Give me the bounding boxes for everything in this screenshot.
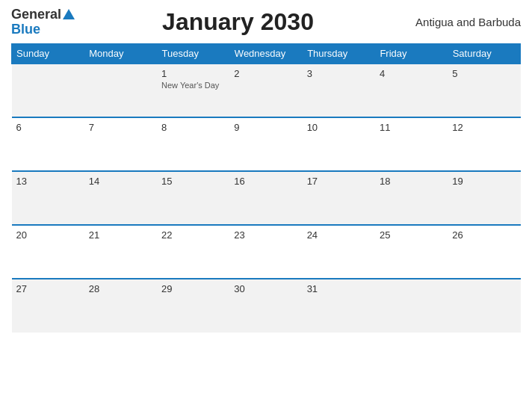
- calendar-cell: 10: [303, 117, 375, 171]
- day-number: 21: [89, 229, 152, 241]
- day-number: 27: [16, 283, 80, 294]
- calendar-cell: 2: [229, 64, 302, 117]
- weekday-header-tuesday: Tuesday: [157, 43, 229, 64]
- calendar-cell: 30: [229, 279, 302, 333]
- calendar-cell: 27: [12, 279, 84, 333]
- calendar-table: SundayMondayTuesdayWednesdayThursdayFrid…: [11, 43, 521, 333]
- day-number: 18: [380, 176, 443, 187]
- weekday-header-wednesday: Wednesday: [229, 43, 302, 64]
- day-number: 10: [307, 122, 371, 133]
- day-number: 1: [161, 68, 225, 79]
- logo-general-text: General: [11, 7, 61, 22]
- day-number: 14: [89, 176, 152, 187]
- day-number: 26: [452, 229, 516, 241]
- calendar-cell: 21: [84, 225, 157, 279]
- day-number: 9: [234, 122, 297, 133]
- calendar-cell: 23: [229, 225, 302, 279]
- calendar-cell: [375, 279, 448, 333]
- calendar-cell: 18: [375, 171, 448, 225]
- calendar-cell: 31: [303, 279, 375, 333]
- header: General Blue January 2030 Antigua and Ba…: [11, 7, 521, 37]
- weekday-header-sunday: Sunday: [12, 43, 84, 64]
- day-number: 22: [161, 229, 225, 241]
- calendar-cell: 4: [375, 64, 448, 117]
- country-label: Antigua and Barbuda: [401, 16, 521, 28]
- day-number: 8: [161, 122, 225, 133]
- calendar-cell: 5: [448, 64, 520, 117]
- day-number: 29: [161, 283, 225, 294]
- week-row-3: 13141516171819: [12, 171, 521, 225]
- weekday-header-friday: Friday: [375, 43, 448, 64]
- calendar-cell: 12: [448, 117, 520, 171]
- day-number: 13: [16, 176, 80, 187]
- calendar-cell: 14: [84, 171, 157, 225]
- day-number: 24: [307, 229, 371, 241]
- calendar-cell: 3: [303, 64, 375, 117]
- day-number: 30: [234, 283, 297, 294]
- calendar-cell: [12, 64, 84, 117]
- page: General Blue January 2030 Antigua and Ba…: [0, 0, 532, 411]
- weekday-header-saturday: Saturday: [448, 43, 520, 64]
- day-number: 17: [307, 176, 371, 187]
- calendar-cell: 9: [229, 117, 302, 171]
- calendar-cell: 29: [157, 279, 229, 333]
- calendar-cell: 26: [448, 225, 520, 279]
- calendar-cell: [84, 64, 157, 117]
- day-number: 7: [89, 122, 152, 133]
- day-number: 28: [89, 283, 152, 294]
- calendar-cell: 20: [12, 225, 84, 279]
- calendar-cell: 22: [157, 225, 229, 279]
- calendar-cell: 19: [448, 171, 520, 225]
- calendar-cell: 1New Year's Day: [157, 64, 229, 117]
- logo-blue-text: Blue: [11, 22, 75, 37]
- week-row-5: 2728293031: [12, 279, 521, 333]
- calendar-title: January 2030: [75, 8, 401, 36]
- calendar-cell: 15: [157, 171, 229, 225]
- calendar-cell: 11: [375, 117, 448, 171]
- calendar-cell: 6: [12, 117, 84, 171]
- weekday-header-monday: Monday: [84, 43, 157, 64]
- day-number: 6: [16, 122, 80, 133]
- day-number: 20: [16, 229, 80, 241]
- week-row-1: 1New Year's Day2345: [12, 64, 521, 117]
- day-number: 11: [380, 122, 443, 133]
- calendar-cell: 24: [303, 225, 375, 279]
- calendar-body: 1New Year's Day2345678910111213141516171…: [12, 64, 521, 333]
- weekday-header-thursday: Thursday: [303, 43, 375, 64]
- logo: General Blue: [11, 7, 75, 37]
- event-label: New Year's Day: [161, 81, 225, 90]
- day-number: 19: [452, 176, 516, 187]
- calendar-cell: [448, 279, 520, 333]
- day-number: 5: [452, 68, 516, 79]
- calendar-cell: 25: [375, 225, 448, 279]
- day-number: 2: [234, 68, 297, 79]
- logo-triangle-icon: [63, 9, 75, 19]
- week-row-2: 6789101112: [12, 117, 521, 171]
- day-number: 12: [452, 122, 516, 133]
- day-number: 23: [234, 229, 297, 241]
- calendar-cell: 17: [303, 171, 375, 225]
- day-number: 25: [380, 229, 443, 241]
- day-number: 3: [307, 68, 371, 79]
- day-number: 15: [161, 176, 225, 187]
- calendar-cell: 28: [84, 279, 157, 333]
- calendar-cell: 7: [84, 117, 157, 171]
- day-number: 31: [307, 283, 371, 294]
- calendar-cell: 13: [12, 171, 84, 225]
- calendar-cell: 8: [157, 117, 229, 171]
- week-row-4: 20212223242526: [12, 225, 521, 279]
- day-number: 16: [234, 176, 297, 187]
- day-number: 4: [380, 68, 443, 79]
- calendar-cell: 16: [229, 171, 302, 225]
- calendar-header: SundayMondayTuesdayWednesdayThursdayFrid…: [12, 43, 521, 64]
- weekday-header-row: SundayMondayTuesdayWednesdayThursdayFrid…: [12, 43, 521, 64]
